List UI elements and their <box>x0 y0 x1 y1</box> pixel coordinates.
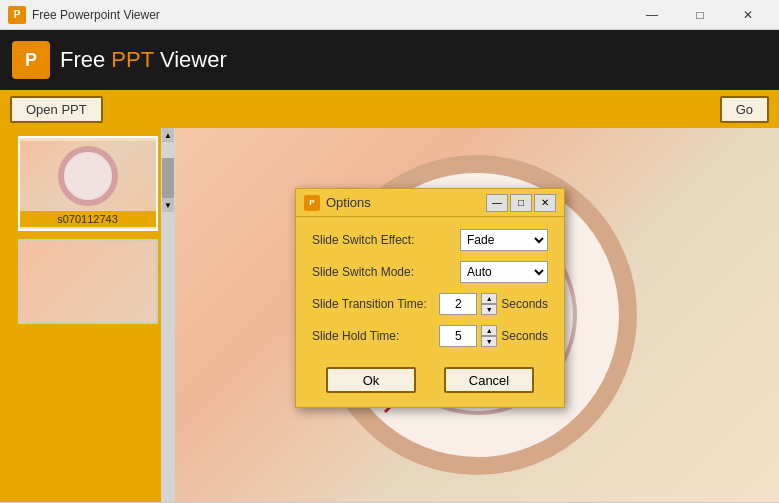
hold-time-seconds-label: Seconds <box>501 329 548 343</box>
open-ppt-button[interactable]: Open PPT <box>10 96 103 123</box>
cancel-button[interactable]: Cancel <box>444 367 534 393</box>
dialog-title-left: P Options <box>304 195 371 211</box>
slide-hold-time-label: Slide Hold Time: <box>312 329 431 343</box>
slide-area: P Options — □ ✕ Slide Switch Effect: Fad… <box>175 128 779 502</box>
maximize-button[interactable]: □ <box>677 4 723 26</box>
hold-time-up-button[interactable]: ▲ <box>481 325 497 336</box>
dialog-body: Slide Switch Effect: Fade Slide Switch M… <box>296 217 564 359</box>
dialog-titlebar: P Options — □ ✕ <box>296 189 564 217</box>
transition-time-up-button[interactable]: ▲ <box>481 293 497 304</box>
scroll-down-arrow[interactable]: ▼ <box>162 198 174 212</box>
transition-time-seconds-label: Seconds <box>501 297 548 311</box>
title-bar-controls: — □ ✕ <box>629 4 771 26</box>
slide-switch-effect-select[interactable]: Fade <box>460 229 548 251</box>
slide-thumbnail-1[interactable]: s070112743 <box>18 136 158 231</box>
slide-switch-mode-row: Slide Switch Mode: Auto <box>312 261 548 283</box>
options-dialog: P Options — □ ✕ Slide Switch Effect: Fad… <box>295 188 565 408</box>
title-bar-text: Free Powerpoint Viewer <box>32 8 629 22</box>
slide-transition-time-row: Slide Transition Time: ▲ ▼ Seconds <box>312 293 548 315</box>
dialog-close-button[interactable]: ✕ <box>534 194 556 212</box>
app-title: Free PPT Viewer <box>60 47 227 73</box>
hold-time-spinner: ▲ ▼ <box>481 325 497 347</box>
slide-hold-time-input[interactable] <box>439 325 477 347</box>
dialog-footer: Ok Cancel <box>296 359 564 407</box>
dialog-controls: — □ ✕ <box>486 194 556 212</box>
title-bar-logo: P <box>8 6 26 24</box>
slide-label-1: s070112743 <box>20 211 156 227</box>
slide-transition-time-label: Slide Transition Time: <box>312 297 431 311</box>
dialog-minimize-button[interactable]: — <box>486 194 508 212</box>
slide-hold-time-input-group: ▲ ▼ Seconds <box>439 325 548 347</box>
slide-transition-time-input-group: ▲ ▼ Seconds <box>439 293 548 315</box>
scroll-thumb[interactable] <box>162 158 174 198</box>
app-logo: P <box>12 41 50 79</box>
transition-time-spinner: ▲ ▼ <box>481 293 497 315</box>
app-header: P Free PPT Viewer <box>0 30 779 90</box>
slide-thumb-inner-2 <box>20 241 156 324</box>
slide-switch-mode-label: Slide Switch Mode: <box>312 265 452 279</box>
close-button[interactable]: ✕ <box>725 4 771 26</box>
scroll-bar: ▲ ▼ <box>161 128 175 502</box>
hold-time-down-button[interactable]: ▼ <box>481 336 497 347</box>
slide-thumbnail-2[interactable] <box>18 239 158 324</box>
sidebar: s070112743 ▲ ▼ <box>0 128 175 502</box>
slide-hold-time-row: Slide Hold Time: ▲ ▼ Seconds <box>312 325 548 347</box>
slide-switch-effect-row: Slide Switch Effect: Fade <box>312 229 548 251</box>
toolbar: Open PPT Go <box>0 90 779 128</box>
dialog-logo: P <box>304 195 320 211</box>
minimize-button[interactable]: — <box>629 4 675 26</box>
transition-time-down-button[interactable]: ▼ <box>481 304 497 315</box>
dialog-title: Options <box>326 195 371 210</box>
dialog-maximize-button[interactable]: □ <box>510 194 532 212</box>
slide-switch-effect-label: Slide Switch Effect: <box>312 233 452 247</box>
go-button[interactable]: Go <box>720 96 769 123</box>
main-content: s070112743 ▲ ▼ <box>0 128 779 502</box>
slide-circle-1 <box>58 146 118 206</box>
slide-thumb-inner-1 <box>20 141 156 211</box>
ok-button[interactable]: Ok <box>326 367 416 393</box>
title-bar: P Free Powerpoint Viewer — □ ✕ <box>0 0 779 30</box>
slide-transition-time-input[interactable] <box>439 293 477 315</box>
scroll-up-arrow[interactable]: ▲ <box>162 128 174 142</box>
slide-switch-mode-select[interactable]: Auto <box>460 261 548 283</box>
